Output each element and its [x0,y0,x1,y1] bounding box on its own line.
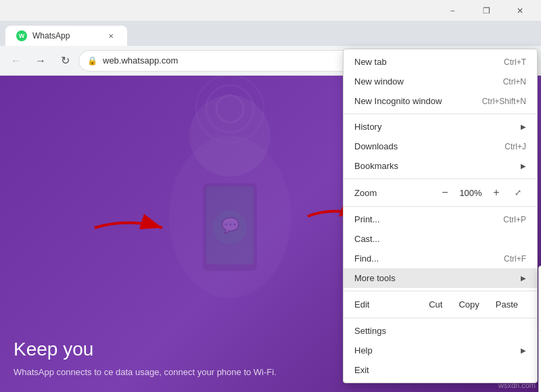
zoom-value: 100% [456,188,486,198]
page-heading: Keep you [14,339,277,360]
menu-item-history[interactable]: History ▶ [344,117,537,137]
svg-text:💬: 💬 [221,216,240,235]
menu-item-downloads[interactable]: Downloads Ctrl+J [344,137,537,156]
menu-item-exit[interactable]: Exit [344,360,537,380]
menu-divider-4 [344,291,537,291]
lock-icon: 🔒 [87,56,97,66]
address-bar[interactable]: 🔒 web.whatsapp.com ☆ [78,50,387,72]
menu-item-bookmarks[interactable]: Bookmarks ▶ [344,156,537,176]
reload-button[interactable]: ↻ [54,50,76,72]
context-menu: New tab Ctrl+T New window Ctrl+N New Inc… [343,49,538,383]
cut-button[interactable]: Cut [421,297,450,312]
menu-divider-5 [344,318,537,318]
active-tab[interactable]: W WhatsApp ✕ [5,26,127,46]
page-text: Keep you WhatsApp connects to ce data us… [14,339,277,379]
paste-button[interactable]: Paste [488,297,526,312]
zoom-row: Zoom − 100% + ⤢ [344,182,537,203]
menu-item-cast[interactable]: Cast... [344,229,537,249]
menu-item-print[interactable]: Print... Ctrl+P [344,210,537,229]
menu-item-new-window[interactable]: New window Ctrl+N [344,72,537,91]
menu-divider-3 [344,206,537,207]
url-text: web.whatsapp.com [103,55,364,66]
close-button[interactable]: ✕ [504,0,536,22]
menu-item-help[interactable]: Help ▶ [344,341,537,360]
menu-item-settings[interactable]: Settings [344,321,537,341]
page-body: WhatsApp connects to ce data usage, conn… [14,366,277,379]
menu-item-more-tools[interactable]: More tools ▶ Save page as... Ctrl+S Crea… [344,268,537,288]
tab-title: WhatsApp [32,31,100,41]
tab-favicon: W [16,30,27,41]
copy-button[interactable]: Copy [450,297,487,312]
zoom-minus-button[interactable]: − [437,185,453,201]
tab-close-button[interactable]: ✕ [105,30,116,41]
menu-item-new-incognito[interactable]: New Incognito window Ctrl+Shift+N [344,91,537,111]
menu-item-new-tab[interactable]: New tab Ctrl+T [344,52,537,72]
menu-item-find[interactable]: Find... Ctrl+F [344,249,537,268]
back-button[interactable]: ← [5,50,27,72]
title-bar: − ❐ ✕ [0,0,541,22]
menu-divider-2 [344,178,537,179]
restore-button[interactable]: ❐ [471,0,502,22]
more-tools-submenu: Save page as... Ctrl+S Create shortcut..… [538,266,541,392]
minimize-button[interactable]: − [437,0,468,22]
menu-divider-1 [344,114,537,114]
forward-button[interactable]: → [30,50,51,72]
zoom-fullscreen-button[interactable]: ⤢ [510,185,526,201]
browser-frame: − ❐ ✕ W WhatsApp ✕ ← → ↻ 🔒 web.whatsapp.… [0,0,541,392]
tab-bar: W WhatsApp ✕ [0,22,541,46]
edit-row: Edit Cut Copy Paste [344,294,537,315]
zoom-plus-button[interactable]: + [488,185,504,201]
